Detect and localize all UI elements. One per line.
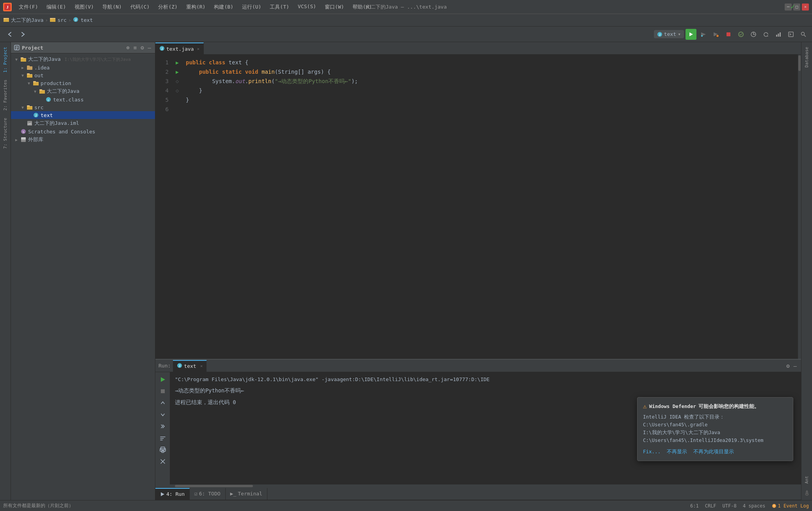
tree-item-out[interactable]: ▼ out [11, 71, 155, 79]
svg-rect-49 [27, 106, 32, 110]
event-log-button[interactable]: ! 1 Event Log [772, 503, 809, 509]
warning-fix-button[interactable]: Fix... [643, 447, 661, 456]
tree-label-out-project: 大二下的Java [47, 88, 79, 95]
tree-item-externals[interactable]: ▶ 外部库 [11, 135, 155, 144]
scroll-thumb[interactable] [798, 55, 801, 71]
run-scroll-up-button[interactable] [158, 398, 168, 408]
run-print-button[interactable] [158, 445, 168, 455]
terminal-tab-button[interactable]: ▶_ Terminal [226, 488, 267, 500]
code-line-2: public static void main(String[] args) { [186, 67, 798, 76]
ant-icon[interactable] [801, 488, 812, 499]
svg-point-71 [806, 491, 807, 492]
menu-analyze[interactable]: 分析(Z) [154, 3, 181, 11]
menu-vcs[interactable]: VCS(S) [294, 3, 320, 11]
toolbar-forward-button[interactable] [17, 29, 28, 40]
svg-rect-40 [33, 81, 36, 82]
vertical-scrollbar[interactable] [798, 55, 801, 359]
menu-window[interactable]: 窗口(W) [321, 3, 348, 11]
run-button[interactable] [686, 29, 696, 40]
close-button[interactable]: × [802, 4, 809, 11]
run-output-text: →动态类型的Python不香吗← [175, 386, 796, 395]
run-tab-close[interactable]: × [200, 364, 203, 369]
menu-edit[interactable]: 编辑(E) [43, 3, 69, 11]
cursor-position[interactable]: 6:1 [690, 503, 699, 509]
terminal-button[interactable] [785, 29, 796, 40]
run-horizontal-scrollbar[interactable] [155, 484, 801, 488]
tree-item-scratches[interactable]: S Scratches and Consoles [11, 128, 155, 135]
favorites-tab-button[interactable]: 2: Favorites [1, 76, 9, 114]
todo-tab-button[interactable]: ☑ 6: TODO [190, 488, 226, 500]
code-coverage-button[interactable] [735, 29, 746, 40]
menu-build[interactable]: 构建(B) [210, 3, 237, 11]
menu-run[interactable]: 运行(U) [238, 3, 265, 11]
tree-item-textclass[interactable]: c text.class [11, 96, 155, 103]
stop-button[interactable] [723, 29, 734, 40]
run-tab-text[interactable]: J text × [173, 360, 207, 372]
breadcrumb-src[interactable]: src [57, 17, 66, 23]
svg-rect-14 [701, 35, 703, 37]
menu-file[interactable]: 文件(F) [15, 3, 42, 11]
breadcrumb-class[interactable]: text [80, 17, 93, 23]
run-panel-controls: ⚙ — [785, 362, 798, 370]
menu-view[interactable]: 视图(V) [71, 3, 98, 11]
panel-close-button[interactable]: — [147, 44, 152, 51]
menu-navigate[interactable]: 导航(N) [98, 3, 125, 11]
run-rerun-button[interactable] [158, 374, 168, 385]
menu-code[interactable]: 代码(C) [126, 3, 153, 11]
warning-dismiss-button[interactable]: 不再显示 [667, 447, 687, 456]
warning-title: ⚠ Windows Defender 可能会影响您的构建性能。 [643, 402, 787, 411]
run-line1-button[interactable]: ▶ [176, 60, 179, 66]
debug-button[interactable] [698, 29, 709, 40]
run-coverage-button[interactable] [710, 29, 721, 40]
run-settings-button[interactable]: ⚙ [785, 362, 791, 370]
run-tab-button[interactable]: 4: Run [155, 488, 190, 500]
svg-text:S: S [23, 131, 24, 134]
run-stop-button[interactable] [158, 386, 168, 396]
tree-item-production[interactable]: ▼ production [11, 79, 155, 87]
warning-dismiss-project-button[interactable]: 不再为此项目显示 [693, 447, 734, 456]
gutter: ▶ ▶ ◇ ◇ [172, 55, 183, 359]
svg-rect-58 [21, 137, 26, 139]
tree-item-iml[interactable]: iml 大二下的Java.iml [11, 119, 155, 128]
encoding[interactable]: UTF-8 [723, 503, 737, 509]
database-tab-button[interactable]: Database [803, 44, 811, 71]
svg-rect-30 [16, 49, 17, 50]
tree-item-out-project[interactable]: ▼ 大二下的Java [11, 87, 155, 96]
code-area[interactable]: public class text { public static void m… [183, 55, 798, 359]
tab-filename: text.java [166, 46, 194, 52]
run-hscroll-thumb[interactable] [175, 485, 253, 487]
svg-text:J: J [75, 18, 77, 22]
breadcrumb-project[interactable]: 大二下的Java [11, 17, 43, 24]
run-scroll-down-button[interactable] [158, 410, 168, 420]
project-tab-button[interactable]: 1: Project [1, 44, 9, 76]
run-wrap-button[interactable] [158, 433, 168, 443]
profiler-button[interactable] [748, 29, 759, 40]
tab-close-button[interactable]: × [197, 46, 199, 51]
run-dashboard-button[interactable] [773, 29, 784, 40]
toolbar-back-button[interactable] [5, 29, 16, 40]
update-running-button[interactable] [760, 29, 771, 40]
run-clear-button[interactable] [158, 456, 168, 467]
collapse-all-button[interactable]: ≡ [133, 44, 137, 51]
tree-item-src[interactable]: ▼ src [11, 103, 155, 111]
tree-label-idea: .idea [34, 65, 50, 71]
run-configuration[interactable]: J text ▾ [654, 30, 684, 38]
tree-item-root[interactable]: ▼ 大二下的Java I:\我的大学\学习\大二下的Java [11, 55, 155, 64]
structure-tab-button[interactable]: 7: Structure [1, 115, 9, 152]
tree-item-idea[interactable]: ▶ .idea [11, 64, 155, 71]
indent-setting[interactable]: 4 spaces [743, 503, 766, 509]
window-title: 大二下的Java – ...\text.java [365, 4, 447, 11]
run-minimize-button[interactable]: — [792, 362, 798, 370]
line-ending[interactable]: CRLF [705, 503, 716, 509]
add-content-root-button[interactable]: ⊕ [125, 44, 130, 51]
panel-settings-button[interactable]: ⚙ [140, 44, 144, 51]
tree-item-text[interactable]: J text [11, 111, 155, 119]
ant-tab-button[interactable]: Ant [803, 473, 811, 487]
menu-refactor[interactable]: 重构(R) [182, 3, 209, 11]
search-everywhere-button[interactable] [798, 29, 809, 40]
editor-tab-textjava[interactable]: J text.java × [155, 43, 204, 54]
svg-rect-23 [778, 34, 779, 37]
menu-tools[interactable]: 工具(T) [266, 3, 293, 11]
run-autoscroll-button[interactable] [158, 421, 168, 431]
run-line2-button[interactable]: ▶ [176, 69, 179, 75]
